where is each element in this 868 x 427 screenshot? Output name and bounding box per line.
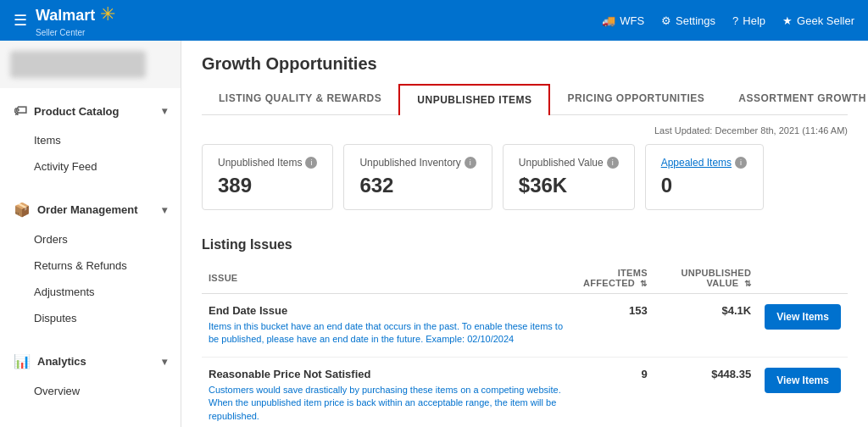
issues-table: ISSUE ITEMS AFFECTED ⇅ UNPUBLISHED VALUE…	[202, 263, 848, 427]
col-unpublished-value: UNPUBLISHED VALUE ⇅	[654, 263, 758, 294]
sidebar-profile	[0, 41, 181, 88]
page-title: Growth Opportunities	[202, 54, 848, 74]
product-catalog-label: Product Catalog	[34, 105, 119, 118]
brand-text: Walmart ✳ Seller Center	[36, 3, 115, 38]
order-management-label: Order Management	[37, 203, 137, 216]
main-layout: 🏷 Product Catalog ▾ Items Activity Feed …	[0, 41, 868, 427]
spark-icon: ✳	[100, 3, 115, 25]
sidebar-group-analytics[interactable]: 📊 Analytics ▾	[0, 345, 181, 378]
top-navigation: ☰ Walmart ✳ Seller Center 🚚 WFS ⚙ Settin…	[0, 0, 868, 41]
info-icon-unpublished-value[interactable]: i	[607, 157, 619, 169]
info-icon-unpublished-inventory[interactable]: i	[465, 157, 476, 169]
user-nav-item[interactable]: ★ Geek Seller	[782, 14, 854, 27]
wfs-icon: 🚚	[602, 14, 615, 27]
settings-icon: ⚙	[661, 14, 671, 27]
stat-value-unpublished-inventory: 632	[359, 174, 476, 197]
stats-section: Last Updated: December 8th, 2021 (11:46 …	[181, 115, 868, 237]
profile-blurred	[10, 51, 146, 78]
items-affected-sort-icon[interactable]: ⇅	[640, 279, 647, 288]
stat-value-unpublished-items: 389	[218, 174, 317, 197]
issue-name-end-date: End Date Issue	[209, 304, 563, 317]
order-management-chevron: ▾	[162, 204, 167, 216]
tabs: LISTING QUALITY & REWARDS UNPUBLISHED IT…	[202, 84, 848, 115]
items-affected-reasonable-price: 9	[570, 357, 654, 427]
top-nav-right: 🚚 WFS ⚙ Settings ? Help ★ Geek Seller	[602, 14, 854, 27]
issue-desc-end-date: Items in this bucket have an end date th…	[209, 320, 563, 347]
stat-label-unpublished-items: Unpublished Items i	[218, 157, 317, 169]
tab-assortment-growth[interactable]: ASSORTMENT GROWTH	[721, 84, 868, 114]
brand-logo: Walmart ✳ Seller Center	[36, 3, 115, 38]
table-row: End Date Issue Items in this bucket have…	[202, 294, 848, 358]
help-label: Help	[743, 14, 765, 27]
settings-label: Settings	[676, 14, 715, 27]
info-icon-unpublished-items[interactable]: i	[305, 157, 317, 169]
settings-nav-item[interactable]: ⚙ Settings	[661, 14, 715, 27]
brand-subtitle: Seller Center	[36, 28, 85, 37]
view-items-button-end-date[interactable]: View Items	[765, 304, 841, 330]
sidebar-group-order-management[interactable]: 📦 Order Management ▾	[0, 193, 181, 226]
wfs-label: WFS	[620, 14, 644, 27]
user-icon: ★	[782, 14, 793, 27]
help-icon: ?	[732, 14, 738, 27]
tab-listing-quality[interactable]: LISTING QUALITY & REWARDS	[202, 84, 398, 114]
listing-issues: Listing Issues ISSUE ITEMS AFFECTED ⇅ UN…	[181, 237, 868, 427]
stat-card-unpublished-items: Unpublished Items i 389	[202, 144, 333, 210]
sidebar-item-items[interactable]: Items	[0, 127, 181, 153]
unpublished-value-reasonable-price: $448.35	[654, 357, 758, 427]
stat-value-appealed-items: 0	[661, 174, 748, 197]
sidebar-section-analytics: 📊 Analytics ▾ Overview	[0, 338, 181, 411]
stat-label-unpublished-inventory: Unpublished Inventory i	[359, 157, 476, 169]
sidebar-item-activity-feed[interactable]: Activity Feed	[0, 153, 181, 180]
issue-cell-end-date: End Date Issue Items in this bucket have…	[202, 294, 570, 358]
listing-issues-title: Listing Issues	[202, 237, 848, 252]
sidebar-item-orders[interactable]: Orders	[0, 226, 181, 252]
stat-card-appealed-items: Appealed Items i 0	[645, 144, 764, 210]
stats-cards: Unpublished Items i 389 Unpublished Inve…	[202, 144, 848, 210]
items-affected-end-date: 153	[570, 294, 654, 358]
action-cell-reasonable-price: View Items	[758, 357, 848, 427]
action-cell-end-date: View Items	[758, 294, 848, 358]
sidebar-item-overview[interactable]: Overview	[0, 378, 181, 404]
stat-card-unpublished-value: Unpublished Value i $36K	[503, 144, 635, 210]
issue-name-reasonable-price: Reasonable Price Not Satisfied	[209, 368, 563, 380]
sidebar-item-disputes[interactable]: Disputes	[0, 305, 181, 331]
view-items-button-reasonable-price[interactable]: View Items	[765, 368, 841, 393]
unpublished-value-sort-icon[interactable]: ⇅	[744, 279, 751, 288]
analytics-icon: 📊	[14, 353, 31, 369]
brand-name: Walmart	[36, 7, 95, 24]
issue-desc-reasonable-price: Customers would save drastically by purc…	[209, 384, 563, 423]
analytics-label: Analytics	[37, 355, 86, 368]
product-catalog-icon: 🏷	[14, 103, 27, 119]
order-management-icon: 📦	[14, 202, 31, 218]
stat-card-unpublished-inventory: Unpublished Inventory i 632	[343, 144, 492, 210]
sidebar-section-product-catalog: 🏷 Product Catalog ▾ Items Activity Feed	[0, 88, 181, 186]
product-catalog-chevron: ▾	[162, 105, 167, 117]
tab-pricing-opportunities[interactable]: PRICING OPPORTUNITIES	[550, 84, 721, 114]
col-action	[758, 263, 848, 294]
sidebar-item-returns-refunds[interactable]: Returns & Refunds	[0, 252, 181, 279]
help-nav-item[interactable]: ? Help	[732, 14, 765, 27]
menu-hamburger-icon[interactable]: ☰	[14, 11, 27, 30]
wfs-nav-item[interactable]: 🚚 WFS	[602, 14, 644, 27]
info-icon-appealed-items[interactable]: i	[735, 157, 747, 169]
sidebar-section-order-management: 📦 Order Management ▾ Orders Returns & Re…	[0, 186, 181, 338]
main-content: Growth Opportunities LISTING QUALITY & R…	[181, 41, 868, 427]
sidebar-group-product-catalog[interactable]: 🏷 Product Catalog ▾	[0, 95, 181, 127]
last-updated: Last Updated: December 8th, 2021 (11:46 …	[202, 125, 848, 136]
unpublished-value-end-date: $4.1K	[654, 294, 758, 358]
stat-label-unpublished-value: Unpublished Value i	[519, 157, 619, 169]
stat-value-unpublished-value: $36K	[519, 174, 619, 197]
user-label: Geek Seller	[797, 14, 854, 27]
col-items-affected: ITEMS AFFECTED ⇅	[570, 263, 654, 294]
table-row: Reasonable Price Not Satisfied Customers…	[202, 357, 848, 427]
analytics-chevron: ▾	[162, 356, 167, 368]
sidebar: 🏷 Product Catalog ▾ Items Activity Feed …	[0, 41, 181, 427]
sidebar-item-adjustments[interactable]: Adjustments	[0, 279, 181, 305]
table-header-row: ISSUE ITEMS AFFECTED ⇅ UNPUBLISHED VALUE…	[202, 263, 848, 294]
issue-cell-reasonable-price: Reasonable Price Not Satisfied Customers…	[202, 357, 570, 427]
content-header: Growth Opportunities LISTING QUALITY & R…	[181, 41, 868, 115]
stat-label-appealed-items: Appealed Items i	[661, 157, 748, 169]
tab-unpublished-items[interactable]: UNPUBLISHED ITEMS	[398, 84, 550, 115]
col-issue: ISSUE	[202, 263, 570, 294]
